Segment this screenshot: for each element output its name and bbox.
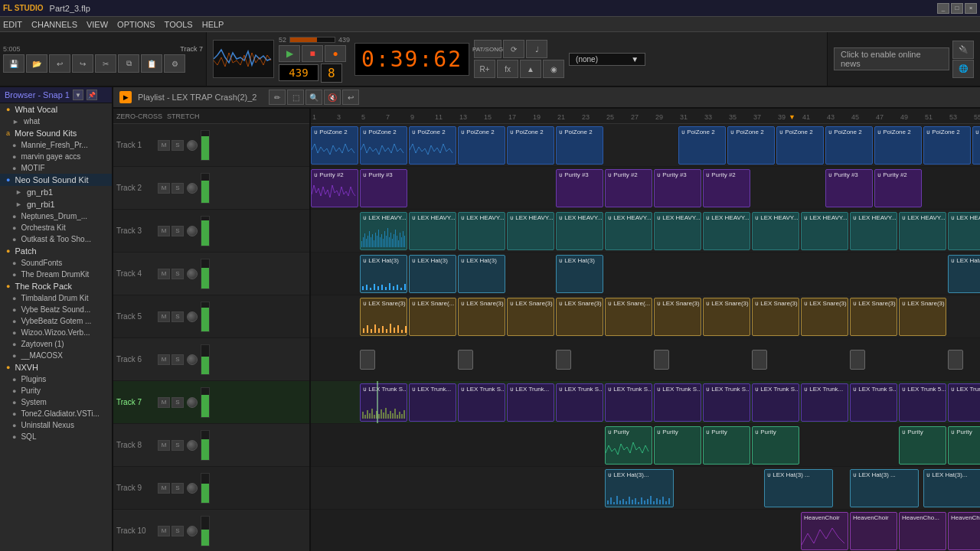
sidebar-plugins[interactable]: ● Plugins [0,373,112,385]
clip-lexhat2-3[interactable]: ᴜ LEX Hat(3) ... [850,469,919,507]
track-pan-10[interactable] [187,526,198,536]
cut-icon[interactable]: ✂ [95,54,116,73]
clip-purityb-2[interactable]: ᴜ Purity [654,426,701,465]
track-mute-6[interactable]: M [158,354,170,365]
track-pan-7[interactable] [187,397,198,408]
menu-edit[interactable]: EDIT [3,20,22,29]
track-vol-5[interactable] [201,302,210,332]
sidebar-wizoo[interactable]: ● Wizoo.Wizoo.Verb... [0,327,112,338]
clip-choir-2[interactable]: HeavenChoir [850,512,897,550]
news-bar[interactable]: Click to enable online news [834,47,949,70]
clip-purityb-4[interactable]: ᴜ Purity [752,426,799,465]
minimize-button[interactable]: _ [937,3,949,14]
clip-lexheavy-7[interactable]: ᴜ LEX HEAVY... [654,212,701,250]
sidebar-dropdown[interactable]: ▼ [73,90,83,100]
clip-purityb-3[interactable]: ᴜ Purity [703,426,750,465]
clip-lexheavy-9[interactable]: ᴜ LEX HEAVY... [752,212,799,250]
track-solo-2[interactable]: S [172,183,184,194]
fx-btn[interactable]: fx [497,60,518,78]
clip-lextrunk-8[interactable]: ᴜ LEX Trunk S... [703,383,750,422]
clip-lexsnare-6[interactable]: ᴜ LEX Snare(... [605,298,652,336]
sidebar-neo-soul[interactable]: ● Neo Soul Sound Kit [0,174,112,186]
undo-icon[interactable]: ↩ [49,54,70,73]
track-vol-9[interactable] [201,473,210,504]
track-vol-6[interactable] [201,344,210,375]
clip-poizone-12[interactable]: ᴜ PoiZone 2 [923,126,971,165]
copy-icon[interactable]: ⧉ [118,54,139,73]
clip-lexhat-5[interactable]: ᴜ LEX Hat(3) [948,255,980,293]
clip-purity2-3[interactable]: ᴜ Purity #2 [703,169,750,207]
clip-poizone-5[interactable]: ᴜ PoiZone 2 [507,126,554,165]
track-vol-4[interactable] [201,259,210,289]
clip-poizone-10[interactable]: ᴜ PoiZone 2 [825,126,873,165]
redo-icon[interactable]: ↪ [72,54,93,73]
clip-lexheavy-8[interactable]: ᴜ LEX HEAVY... [703,212,750,250]
sidebar-uninstall[interactable]: ● Uninstall Nexus [0,419,112,431]
clip-lexheavy-1[interactable]: ᴜ LEX HEAVY... [360,212,407,250]
clip-sparse-3[interactable] [556,350,571,370]
mute-btn[interactable]: 🔇 [324,90,341,105]
track-solo-1[interactable]: S [172,140,184,151]
clip-purity2-1[interactable]: ᴜ Purity #2 [311,169,358,207]
track-mute-4[interactable]: M [158,269,170,279]
clip-lexhat2-2[interactable]: ᴜ LEX Hat(3) ... [764,469,833,507]
clip-lextrunk-4[interactable]: ᴜ LEX Trunk... [507,383,554,422]
track-solo-8[interactable]: S [172,440,184,451]
save-icon[interactable]: 💾 [3,54,24,73]
zoom-btn[interactable]: 🔍 [305,90,322,105]
paste-icon[interactable]: 📋 [141,54,162,73]
clip-purity3-2[interactable]: ᴜ Purity #3 [556,169,603,207]
track-solo-10[interactable]: S [172,526,184,536]
clip-lextrunk-2[interactable]: ᴜ LEX Trunk... [409,383,456,422]
draw-btn[interactable]: ✏ [269,90,286,105]
clip-lexheavy-13[interactable]: ᴜ LEX HEAVY... [948,212,980,250]
clip-purityb-1[interactable]: ᴜ Purity [605,426,652,465]
clip-purity3-4[interactable]: ᴜ Purity #3 [825,169,873,207]
sidebar-system[interactable]: ● System [0,396,112,408]
sidebar-root-folder[interactable]: ● What Vocal [0,103,112,116]
sidebar-rock-pack[interactable]: ● The Rock Pack [0,280,112,292]
sidebar-item-more-sound[interactable]: a More Sound Kits [0,127,112,139]
clip-lextrunk-12[interactable]: ᴜ LEX Trunk 5... [899,383,946,422]
track-grid[interactable]: 135 7911 131517 192123 252729 313335 373… [311,109,980,551]
track-solo-5[interactable]: S [172,311,184,322]
clip-lexhat-1[interactable]: ᴜ LEX Hat(3) [360,255,407,293]
track-mute-1[interactable]: M [158,140,170,151]
clip-lexhat2-4[interactable]: ᴜ LEX Hat(3)... [923,469,980,507]
track-pan-3[interactable] [187,226,198,236]
clip-lextrunk-11[interactable]: ᴜ LEX Trunk S... [850,383,897,422]
clip-choir-4[interactable]: HeavenChoir [948,512,980,550]
clip-lexheavy-2[interactable]: ᴜ LEX HEAVY... [409,212,456,250]
vol-btn[interactable]: ▲ [520,60,541,78]
menu-view[interactable]: VIEW [87,20,108,29]
clip-poizone-4[interactable]: ᴜ PoiZone 2 [458,126,505,165]
sidebar-marvin[interactable]: ● marvin gaye accs [0,151,112,162]
sidebar-motif[interactable]: ● MOTIF [0,162,112,174]
track-solo-6[interactable]: S [172,354,184,365]
clip-lextrunk-10[interactable]: ᴜ LEX Trunk... [801,383,848,422]
track-mute-8[interactable]: M [158,440,170,451]
clip-lexheavy-3[interactable]: ᴜ LEX HEAVY... [458,212,505,250]
track-vol-1[interactable] [201,130,210,161]
clip-poizone-6[interactable]: ᴜ PoiZone 2 [556,126,603,165]
loop-btn[interactable]: ⟳ [503,40,524,58]
open-icon[interactable]: 📂 [26,54,47,73]
menu-channels[interactable]: CHANNELS [31,20,77,29]
track-pan-9[interactable] [187,483,198,494]
clip-lexheavy-10[interactable]: ᴜ LEX HEAVY... [801,212,848,250]
mixer-btn[interactable]: R+ [474,60,495,78]
settings-icon[interactable]: ⚙ [164,54,185,73]
clip-lextrunk-7[interactable]: ᴜ LEX Trunk S... [654,383,701,422]
clip-lexsnare-11[interactable]: ᴜ LEX Snare(3) [850,298,897,336]
sidebar-outkast[interactable]: ● Outkast & Too Sho... [0,233,112,245]
clip-poizone-9[interactable]: ᴜ PoiZone 2 [776,126,824,165]
sidebar-patch[interactable]: ● Patch [0,245,112,257]
clip-purityb-6[interactable]: ᴜ Purity [948,426,980,465]
clip-sparse-5[interactable] [752,350,767,370]
clip-lexsnare-1[interactable]: ᴜ LEX Snare(3) [360,298,407,336]
clip-lexhat-2[interactable]: ᴜ LEX Hat(3) [409,255,456,293]
clip-lexsnare-8[interactable]: ᴜ LEX Snare(3) [703,298,750,336]
track-mute-2[interactable]: M [158,183,170,194]
clip-lexsnare-7[interactable]: ᴜ LEX Snare(3) [654,298,701,336]
clip-poizone-11[interactable]: ᴜ PoiZone 2 [874,126,922,165]
